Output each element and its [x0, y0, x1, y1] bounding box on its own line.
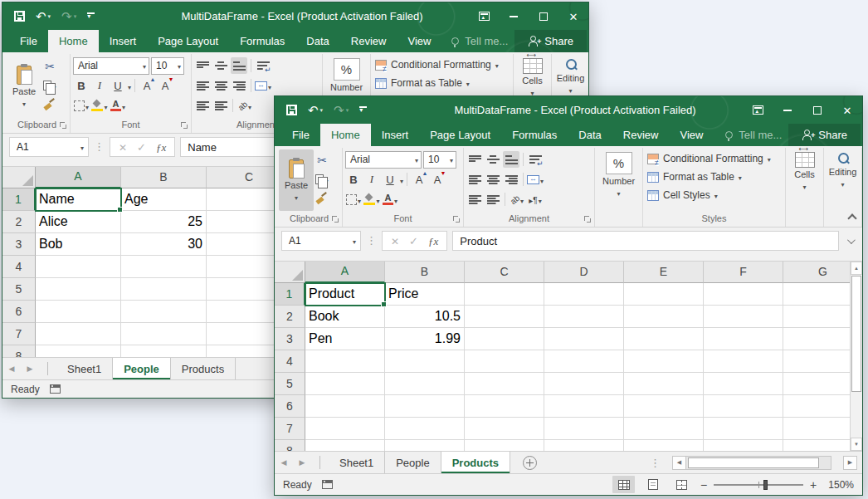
cell-B5[interactable] — [385, 373, 465, 395]
align-bottom-button[interactable] — [503, 151, 519, 168]
sheet-nav-prev-button[interactable] — [275, 452, 293, 473]
align-left-button[interactable] — [194, 77, 211, 94]
cell-F6[interactable] — [704, 395, 783, 418]
cell-F3[interactable] — [704, 328, 783, 350]
minimize-button[interactable] — [773, 96, 802, 124]
format-painter-button[interactable] — [41, 96, 58, 113]
cell-D6[interactable] — [544, 395, 624, 418]
cell-A6[interactable] — [305, 395, 385, 418]
sheet-nav-next-button[interactable] — [21, 358, 39, 379]
increase-indent-button[interactable] — [212, 97, 229, 114]
cell-A4[interactable] — [36, 256, 121, 278]
merge-center-button[interactable] — [527, 171, 544, 188]
cell-B2[interactable]: 10.5 — [385, 306, 465, 328]
collapse-ribbon-icon[interactable] — [849, 213, 856, 220]
column-header-f[interactable]: F — [704, 262, 783, 283]
cell-E5[interactable] — [624, 373, 704, 395]
align-center-button[interactable] — [212, 77, 229, 94]
cancel-icon[interactable] — [119, 139, 127, 154]
cell-A5[interactable] — [36, 278, 121, 301]
cut-button[interactable] — [41, 58, 58, 75]
page-layout-view-button[interactable] — [641, 476, 664, 493]
column-header-e[interactable]: E — [624, 262, 704, 283]
ribbon-tab-formulas[interactable]: Formulas — [501, 124, 568, 146]
cell-E3[interactable] — [624, 328, 704, 350]
align-bottom-button[interactable] — [231, 57, 247, 74]
formula-input[interactable]: Product — [452, 231, 839, 251]
cell-F4[interactable] — [704, 350, 783, 373]
borders-button[interactable] — [73, 97, 90, 114]
row-header-2[interactable]: 2 — [275, 306, 305, 328]
cell-E7[interactable] — [624, 418, 704, 440]
cell-B4[interactable] — [385, 350, 465, 373]
copy-button[interactable] — [314, 171, 330, 188]
paste-button[interactable]: Paste — [7, 56, 41, 117]
insert-function-icon[interactable] — [156, 139, 166, 154]
ribbon-tab-page-layout[interactable]: Page Layout — [147, 30, 229, 52]
ribbon-tab-data[interactable]: Data — [295, 30, 339, 52]
row-header-1[interactable]: 1 — [275, 283, 305, 306]
sheet-tab-people[interactable]: People — [113, 358, 171, 379]
horizontal-scroll-thumb[interactable] — [688, 457, 819, 468]
fill-color-button[interactable] — [91, 97, 108, 114]
cell-A8[interactable] — [36, 345, 121, 357]
decrease-font-size-button[interactable]: A▼ — [157, 77, 173, 94]
orientation-button[interactable]: ab — [509, 191, 525, 208]
macro-record-icon[interactable] — [322, 480, 333, 489]
redo-button[interactable]: ▾ — [334, 103, 349, 118]
ribbon-tab-view[interactable]: View — [397, 30, 441, 52]
cell-A1[interactable]: Product — [305, 283, 385, 306]
cell-B8[interactable] — [121, 345, 207, 357]
sheet-tab-products[interactable]: Products — [441, 452, 510, 473]
alignment-dialog-launcher[interactable] — [584, 216, 592, 224]
ribbon-tab-review[interactable]: Review — [612, 124, 670, 146]
cell-C3[interactable] — [465, 328, 544, 350]
enter-icon[interactable] — [409, 233, 418, 248]
cell-A4[interactable] — [305, 350, 385, 373]
cell-A8[interactable] — [305, 440, 385, 451]
cell-A3[interactable]: Pen — [305, 328, 385, 350]
zoom-level[interactable]: 150% — [824, 479, 854, 491]
share-button[interactable]: +Share — [788, 124, 861, 146]
maximize-button[interactable] — [802, 96, 832, 124]
zoom-in-button[interactable]: + — [809, 478, 817, 492]
align-top-button[interactable] — [194, 57, 211, 74]
enter-icon[interactable] — [137, 139, 146, 154]
copy-button[interactable] — [41, 77, 58, 94]
format-as-table-button[interactable]: Format as Table — [373, 74, 510, 92]
decrease-indent-button[interactable] — [194, 97, 211, 114]
cut-button[interactable] — [314, 152, 330, 169]
tell-me-box[interactable]: Tell me... — [719, 124, 788, 146]
italic-button[interactable]: I — [91, 77, 108, 94]
cell-C2[interactable] — [465, 306, 544, 328]
cell-B6[interactable] — [385, 395, 465, 418]
bold-button[interactable]: B — [73, 77, 90, 94]
maximize-button[interactable] — [529, 2, 558, 30]
font-dialog-launcher[interactable] — [453, 216, 461, 224]
redo-button[interactable]: ▾ — [61, 9, 76, 24]
horizontal-scroll-track[interactable] — [686, 456, 831, 470]
vertical-scrollbar[interactable] — [850, 262, 862, 451]
column-header-b[interactable]: B — [121, 167, 207, 188]
ribbon-display-options-button[interactable] — [743, 96, 773, 124]
scroll-right-icon[interactable] — [843, 456, 857, 470]
cell-D5[interactable] — [544, 373, 624, 395]
cell-D3[interactable] — [544, 328, 624, 350]
conditional-formatting-button[interactable]: Conditional Formatting — [646, 149, 783, 168]
cell-styles-button[interactable]: Cell Styles — [646, 186, 783, 204]
name-box[interactable]: A1 — [281, 231, 361, 251]
zoom-slider[interactable] — [714, 484, 803, 486]
editing-button[interactable]: Editing — [826, 149, 861, 191]
align-right-button[interactable] — [503, 171, 519, 188]
underline-button[interactable]: U — [382, 171, 398, 188]
cell-B7[interactable] — [121, 323, 207, 345]
align-top-button[interactable] — [466, 151, 483, 168]
clipboard-dialog-launcher[interactable] — [332, 216, 340, 224]
cell-C7[interactable] — [465, 418, 544, 440]
underline-dropdown-icon[interactable] — [128, 78, 131, 93]
cell-B3[interactable]: 30 — [121, 233, 207, 256]
italic-button[interactable]: I — [363, 171, 380, 188]
tell-me-box[interactable]: Tell me... — [445, 30, 514, 52]
number-format-button[interactable]: Number — [602, 149, 636, 200]
cell-E8[interactable] — [624, 440, 704, 451]
